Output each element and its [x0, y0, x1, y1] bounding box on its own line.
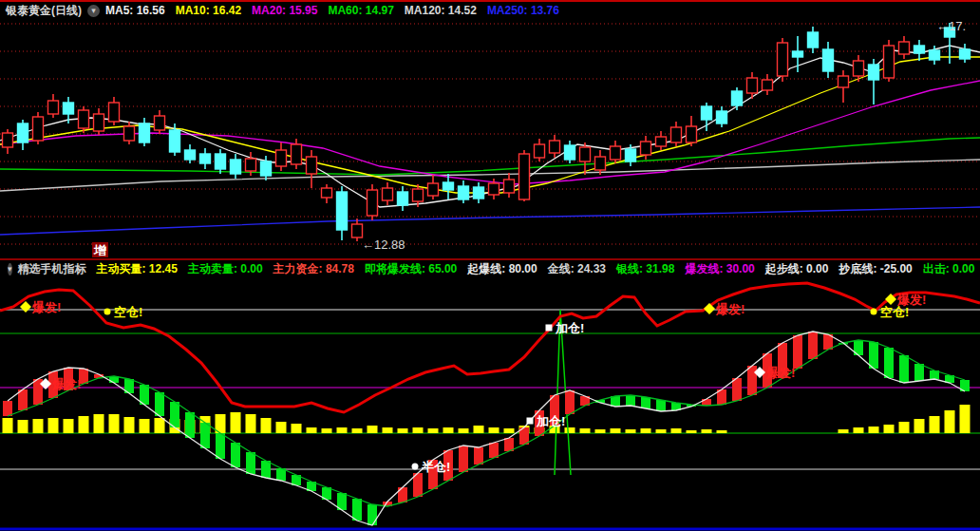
indicator-name: 精选手机指标	[18, 261, 86, 277]
candle-down	[793, 51, 803, 57]
indicator-item-8: 起步线: 0.00	[765, 261, 829, 277]
candle-down	[565, 145, 575, 160]
indicator-item-5: 金线: 24.33	[548, 261, 606, 277]
ma-item-2: MA20: 15.95	[252, 4, 317, 17]
yellow-bar	[839, 429, 849, 433]
dot-icon	[412, 464, 419, 470]
yellow-bars	[3, 405, 971, 433]
candlestick-chart[interactable]: 增←12.88←17.	[0, 19, 980, 258]
candle-down	[18, 123, 28, 142]
candle-down	[869, 65, 879, 80]
marker-text: 半仓!	[422, 460, 450, 474]
candle-up	[839, 76, 849, 87]
yellow-bar	[33, 419, 44, 433]
candle-down	[185, 150, 196, 160]
yellow-bar	[94, 414, 104, 433]
yellow-bar	[322, 428, 332, 433]
ribbon-bar-down	[611, 396, 620, 407]
yellow-bar	[474, 426, 484, 433]
ribbon-bar-up	[793, 335, 802, 369]
chevron-down-icon[interactable]: ▾	[87, 5, 100, 17]
yellow-bar	[656, 429, 667, 433]
candle-down	[626, 149, 636, 161]
yellow-bar	[626, 429, 636, 433]
yellow-bar	[611, 428, 621, 433]
candle-up	[884, 46, 895, 78]
candle-up	[854, 61, 864, 76]
candle-up	[550, 141, 560, 153]
candle-up	[747, 78, 758, 93]
ma-line-ma60	[0, 138, 980, 175]
marker-text: 空仓!	[114, 305, 142, 319]
candle-up	[109, 103, 120, 122]
candle-up	[504, 180, 515, 193]
candle-down	[337, 192, 348, 230]
ribbon-bar-down	[185, 412, 195, 438]
indicator-chart[interactable]: 爆发!空仓!爆发!半仓!加仓!加仓!爆发!爆发!空仓!爆发!	[0, 277, 980, 531]
ribbon-bar-up	[808, 332, 818, 359]
candle-down	[717, 111, 727, 123]
diamond-icon	[20, 301, 31, 313]
ribbon-bar-down	[155, 392, 164, 416]
ma-item-3: MA60: 14.97	[328, 4, 393, 17]
ribbon-bar-down	[899, 355, 909, 383]
ma-legend: MA5: 16.56MA10: 16.42MA20: 15.95MA60: 14…	[105, 4, 570, 17]
square-icon	[527, 418, 534, 425]
yellow-bar	[48, 418, 59, 433]
ribbon-bar-up	[474, 447, 483, 465]
indicator-header: ▾ 精选手机指标 主动买量: 12.45主动卖量: 0.00主力资金: 84.7…	[0, 258, 980, 277]
indicator-item-7: 爆发线: 30.00	[685, 261, 754, 277]
yellow-bar	[307, 427, 317, 433]
yellow-bar	[140, 419, 150, 433]
stock-title: 银泰黄金(日线)	[6, 3, 82, 19]
price-annotation-1: ←17.	[936, 19, 966, 33]
yellow-bar	[702, 429, 712, 433]
ma-line-ma250	[0, 207, 980, 235]
candle-up	[155, 116, 165, 130]
yellow-bar	[261, 418, 272, 433]
ribbon-bar-down	[656, 400, 666, 411]
yellow-bar	[854, 427, 864, 433]
candle-up	[489, 183, 499, 195]
marker-text: 加仓!	[555, 321, 584, 335]
yellow-bar	[930, 416, 940, 433]
candle-up	[580, 147, 591, 161]
candle-down	[732, 91, 743, 105]
ribbon-bar-down	[200, 423, 210, 448]
marker-text: 空仓!	[880, 305, 909, 319]
candle-down	[200, 154, 211, 163]
marker-text: 爆发!	[765, 366, 795, 380]
candle-up	[778, 43, 788, 76]
candle-up	[899, 42, 910, 54]
ribbon-bar-down	[368, 504, 377, 525]
candle-up	[33, 117, 44, 141]
indicator-item-6: 银线: 31.98	[616, 261, 674, 277]
indicator-item-2: 主力资金: 84.78	[273, 261, 354, 277]
candle-down	[140, 123, 150, 142]
candle-up	[763, 80, 773, 90]
yellow-bar	[595, 429, 606, 433]
dot-icon	[104, 309, 111, 315]
yellow-bar	[869, 427, 879, 433]
candle-up	[656, 137, 667, 146]
candle-up	[611, 146, 621, 160]
fast-signal-line	[8, 332, 965, 525]
yellow-bar	[292, 424, 302, 433]
chevron-down-icon[interactable]: ▾	[8, 263, 12, 275]
indicator-legend: 主动买量: 12.45主动卖量: 0.00主力资金: 84.78即将爆发线: 6…	[97, 261, 980, 277]
yellow-bar	[352, 428, 363, 433]
candle-up	[352, 224, 363, 237]
yellow-bar	[914, 419, 925, 433]
ribbon-bar-down	[170, 402, 179, 427]
candle-down	[930, 50, 940, 60]
dot-icon	[871, 309, 877, 315]
candle-down	[398, 192, 408, 205]
candle-down	[823, 49, 834, 71]
yellow-bar	[79, 416, 89, 433]
candle-down	[443, 182, 454, 190]
candle-up	[671, 127, 682, 142]
indicator-item-0: 主动买量: 12.45	[97, 261, 178, 277]
yellow-bar	[565, 427, 575, 433]
candle-up	[276, 150, 287, 166]
price-annotation-0: ←12.88	[362, 237, 405, 252]
